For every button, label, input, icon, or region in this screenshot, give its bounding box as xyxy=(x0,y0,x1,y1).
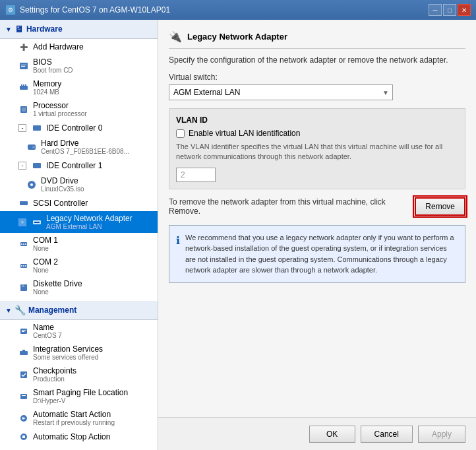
ide1-expand[interactable]: - xyxy=(18,162,26,170)
sidebar-item-dvd-drive[interactable]: DVD Drive LinuxICv35.iso xyxy=(0,174,158,195)
vlan-checkbox-label: Enable virtual LAN identification xyxy=(189,129,300,138)
panel-header-title: Legacy Network Adapter xyxy=(187,32,287,42)
svg-point-20 xyxy=(23,243,24,245)
hardware-icon: 🖥 xyxy=(15,24,24,34)
auto-stop-icon xyxy=(18,432,29,442)
sidebar-item-smart-paging[interactable]: Smart Paging File Location D:\Hyper-V xyxy=(0,385,158,407)
diskette-sublabel: None xyxy=(33,288,82,296)
svg-rect-6 xyxy=(25,84,26,86)
legacy-nic-expand[interactable]: + xyxy=(18,218,26,226)
memory-label: Memory xyxy=(33,79,61,88)
svg-rect-17 xyxy=(34,222,40,223)
auto-start-sublabel: Restart if previously running xyxy=(33,419,115,426)
cancel-button[interactable]: Cancel xyxy=(361,426,413,443)
svg-point-21 xyxy=(25,243,26,245)
info-box: ℹ We recommend that you use a legacy net… xyxy=(169,225,465,283)
sidebar-item-processor[interactable]: Processor 1 virtual processor xyxy=(0,98,158,120)
dvd-icon xyxy=(26,179,37,190)
sidebar-item-scsi[interactable]: SCSI Controller xyxy=(0,195,158,211)
svg-rect-30 xyxy=(22,331,24,332)
legacy-nic-sublabel: AGM External LAN xyxy=(46,223,133,230)
processor-sublabel: 1 virtual processor xyxy=(33,110,87,117)
sidebar-item-auto-stop[interactable]: Automatic Stop Action xyxy=(0,429,158,445)
scsi-icon xyxy=(18,198,29,209)
minimize-button[interactable]: ─ xyxy=(429,4,442,16)
hardware-section-header: ▼ 🖥 Hardware xyxy=(0,20,158,39)
bios-sublabel: Boot from CD xyxy=(33,67,73,74)
svg-rect-2 xyxy=(21,66,25,67)
sidebar-item-com1[interactable]: COM 1 None xyxy=(0,233,158,255)
info-icon: ℹ xyxy=(176,233,180,276)
sidebar-item-name[interactable]: Name CentOS 7 xyxy=(0,320,158,342)
vlan-input[interactable] xyxy=(176,168,216,182)
apply-button[interactable]: Apply xyxy=(418,426,465,443)
integration-sublabel: Some services offered xyxy=(33,354,103,361)
vlan-section: VLAN ID Enable virtual LAN identificatio… xyxy=(169,108,465,189)
sidebar-item-ide0[interactable]: - IDE Controller 0 xyxy=(0,120,158,136)
integration-label: Integration Services xyxy=(33,344,103,354)
smart-paging-icon xyxy=(18,391,29,402)
hard-drive-sublabel: CentOS 7_F0E6B1EE-6B08... xyxy=(41,148,129,155)
smart-paging-label: Smart Paging File Location xyxy=(33,388,128,397)
dvd-sublabel: LinuxICv35.iso xyxy=(41,185,84,193)
management-label: Management xyxy=(28,305,76,315)
auto-start-icon xyxy=(18,413,29,424)
vlan-description: The VLAN identifier specifies the virtua… xyxy=(176,142,458,162)
virtual-switch-select[interactable]: AGM External LAN Default Switch None xyxy=(169,84,393,100)
auto-stop-label: Automatic Stop Action xyxy=(33,432,110,441)
com1-label: COM 1 xyxy=(33,236,58,245)
add-hardware-label: Add Hardware xyxy=(33,42,84,51)
bottom-bar: OK Cancel Apply xyxy=(158,417,476,450)
virtual-switch-wrapper: AGM External LAN Default Switch None ▼ xyxy=(169,84,393,100)
virtual-switch-field: Virtual switch: AGM External LAN Default… xyxy=(169,73,465,100)
add-hardware-icon: ➕ xyxy=(18,42,29,52)
ide0-label: IDE Controller 0 xyxy=(46,123,102,133)
diskette-icon xyxy=(18,282,29,293)
sidebar-item-ide1[interactable]: - IDE Controller 1 xyxy=(0,158,158,174)
processor-label: Processor xyxy=(33,101,87,110)
smart-paging-sublabel: D:\Hyper-V xyxy=(33,397,128,404)
svg-point-11 xyxy=(32,146,35,148)
sidebar-item-com2[interactable]: COM 2 None xyxy=(0,255,158,276)
memory-icon xyxy=(18,82,29,93)
panel-content: 🔌 Legacy Network Adapter Specify the con… xyxy=(158,20,476,417)
ok-button[interactable]: OK xyxy=(309,426,355,443)
sidebar-item-memory[interactable]: Memory 1024 MB xyxy=(0,77,158,98)
integration-icon xyxy=(18,348,29,358)
sidebar: ▼ 🖥 Hardware ➕ Add Hardware BIOS Boot fr… xyxy=(0,20,158,450)
maximize-button[interactable]: □ xyxy=(443,4,456,16)
sidebar-item-checkpoints[interactable]: Checkpoints Production xyxy=(0,364,158,385)
name-label: Name xyxy=(33,323,62,332)
remove-button[interactable]: Remove xyxy=(415,197,465,216)
svg-rect-8 xyxy=(22,108,26,112)
name-icon xyxy=(18,326,29,337)
sidebar-item-integration[interactable]: Integration Services Some services offer… xyxy=(0,342,158,364)
right-panel: 🔌 Legacy Network Adapter Specify the con… xyxy=(158,20,476,450)
svg-rect-1 xyxy=(21,65,26,65)
management-icon: 🔧 xyxy=(15,305,26,315)
sidebar-item-legacy-nic[interactable]: + Legacy Network Adapter AGM External LA… xyxy=(0,211,158,233)
scsi-label: SCSI Controller xyxy=(33,199,88,208)
sidebar-item-diskette[interactable]: Diskette Drive None xyxy=(0,276,158,298)
window-icon: ⚙ xyxy=(5,5,16,15)
checkpoints-label: Checkpoints xyxy=(33,366,76,375)
ide0-expand[interactable]: - xyxy=(18,124,26,132)
management-arrow: ▼ xyxy=(5,307,12,314)
sidebar-item-bios[interactable]: BIOS Boot from CD xyxy=(0,55,158,77)
bios-label: BIOS xyxy=(33,57,73,67)
memory-sublabel: 1024 MB xyxy=(33,88,61,96)
bios-icon xyxy=(18,61,29,71)
hard-drive-icon xyxy=(26,142,37,152)
checkpoints-sublabel: Production xyxy=(33,375,76,383)
close-button[interactable]: ✕ xyxy=(458,4,471,16)
sidebar-item-add-hardware[interactable]: ➕ Add Hardware xyxy=(0,39,158,55)
com2-icon xyxy=(18,261,29,271)
ide0-icon xyxy=(32,123,42,133)
dvd-label: DVD Drive xyxy=(41,176,84,185)
virtual-switch-label: Virtual switch: xyxy=(169,73,465,82)
checkpoints-icon xyxy=(18,370,29,380)
title-bar: ⚙ Settings for CentOS 7 on AGM-W10LAP01 … xyxy=(0,0,476,20)
vlan-checkbox[interactable] xyxy=(176,129,185,138)
sidebar-item-hard-drive[interactable]: Hard Drive CentOS 7_F0E6B1EE-6B08... xyxy=(0,136,158,158)
sidebar-item-auto-start[interactable]: Automatic Start Action Restart if previo… xyxy=(0,407,158,429)
